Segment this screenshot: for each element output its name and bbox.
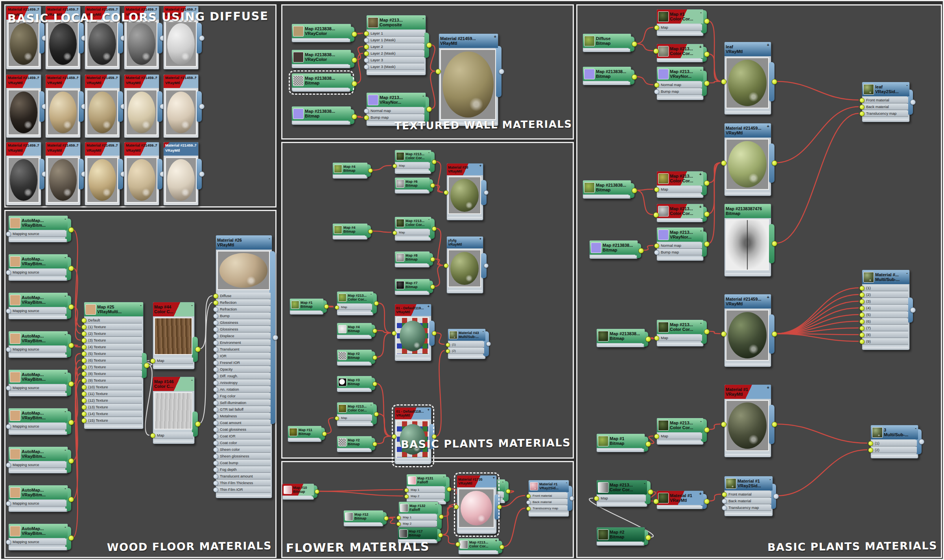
- input-socket[interactable]: [81, 418, 87, 423]
- input-socket[interactable]: [213, 454, 218, 459]
- input-socket[interactable]: [81, 358, 87, 363]
- node-c_m118[interactable]: 01 - Default118...VRayMtl+: [395, 407, 431, 465]
- socket-row--2-[interactable]: (2): [863, 292, 908, 298]
- socket-row-mapping-source[interactable]: Mapping source: [10, 385, 66, 391]
- collapse-icon[interactable]: -: [191, 303, 193, 307]
- output-socket[interactable]: [144, 363, 149, 368]
- input-socket[interactable]: [364, 108, 369, 114]
- node-header[interactable]: Map #2Bitmap: [597, 527, 645, 542]
- input-socket[interactable]: [81, 331, 87, 336]
- node-r1_cc2[interactable]: Map #213...Color Cor...+: [656, 44, 704, 62]
- input-socket[interactable]: [859, 319, 865, 324]
- output-socket[interactable]: [704, 211, 710, 217]
- socket-row--13-texture[interactable]: (13) Texture: [85, 404, 142, 410]
- socket-row-back-material[interactable]: Back material: [726, 498, 771, 504]
- node-header[interactable]: AutoMap...VRayBitm...-: [9, 370, 68, 384]
- output-socket[interactable]: [645, 336, 651, 342]
- output-socket[interactable]: [500, 545, 504, 549]
- collapse-icon[interactable]: -: [915, 426, 916, 430]
- input-socket[interactable]: [213, 340, 218, 345]
- socket-row--4-texture[interactable]: (4) Texture: [85, 344, 142, 350]
- socket-row-map[interactable]: Map: [658, 24, 702, 31]
- input-socket[interactable]: [335, 416, 339, 420]
- socket-row-coat-glossiness[interactable]: Coat glossiness: [217, 426, 271, 433]
- node-header[interactable]: Map #17Bitmap: [398, 527, 437, 539]
- node-header[interactable]: Map #213...Color Cor...+: [459, 538, 499, 550]
- input-socket[interactable]: [859, 111, 865, 116]
- node-r2_nor[interactable]: Map #213...VRayNor...-Normal mapBump map: [656, 227, 704, 261]
- input-socket[interactable]: [213, 441, 218, 446]
- expand-icon[interactable]: +: [495, 539, 497, 543]
- collapse-icon[interactable]: -: [65, 370, 66, 375]
- collapse-icon[interactable]: -: [140, 303, 142, 307]
- expand-icon[interactable]: +: [76, 75, 79, 80]
- expand-icon[interactable]: +: [494, 34, 496, 39]
- node-header[interactable]: Map #213838...VRayColor: [292, 50, 351, 64]
- node-header[interactable]: Map #213...Color Cor...-: [657, 418, 703, 432]
- input-socket[interactable]: [213, 354, 218, 359]
- node-f_m1735[interactable]: Material #1735VRayMtl+: [457, 475, 497, 534]
- output-socket[interactable]: [632, 188, 637, 193]
- output-socket[interactable]: [195, 347, 201, 352]
- node-header[interactable]: Map #12Bitmap: [344, 510, 383, 522]
- socket-row-coat-color[interactable]: Coat color: [217, 440, 271, 446]
- socket-row-glossiness[interactable]: Glossiness: [217, 319, 271, 326]
- input-socket[interactable]: [446, 349, 450, 353]
- socket-row--6-[interactable]: (6): [863, 318, 908, 325]
- tile-header[interactable]: Material #21459...VRayMtl+: [124, 75, 159, 88]
- input-socket[interactable]: [859, 299, 865, 304]
- material-tile[interactable]: Material #21459...VRayMtl+: [45, 142, 81, 206]
- node-a_cc[interactable]: Map #213...Color Cor...-Map: [395, 150, 431, 174]
- socket-row--2-[interactable]: (2): [872, 447, 917, 453]
- output-socket[interactable]: [772, 422, 777, 427]
- output-socket[interactable]: [506, 489, 511, 494]
- socket-row--1-[interactable]: (1): [449, 342, 484, 347]
- output-socket[interactable]: [315, 489, 319, 494]
- output-socket[interactable]: [199, 104, 205, 109]
- input-socket[interactable]: [364, 44, 369, 50]
- material-tile[interactable]: Material #21459...VRayMtl+: [163, 142, 199, 206]
- collapse-icon[interactable]: -: [65, 524, 66, 529]
- node-d_map2[interactable]: Map #2Bitmap: [337, 436, 372, 452]
- socket-row-layer-2-mask-[interactable]: Layer 2 (Mask): [368, 50, 424, 57]
- input-socket[interactable]: [364, 38, 369, 43]
- output-socket[interactable]: [372, 355, 377, 360]
- node-am3[interactable]: AutoMap...VRayBitm...-Mapping source: [8, 331, 68, 358]
- output-socket[interactable]: [430, 285, 435, 289]
- tile-header[interactable]: Material #21459...VRayMtl+: [85, 142, 120, 156]
- collapse-icon[interactable]: -: [422, 93, 424, 98]
- socket-row-reflection[interactable]: Reflection: [217, 299, 271, 306]
- node-r2_skel[interactable]: Map #2138387476Bitmap: [724, 204, 771, 277]
- expand-icon[interactable]: +: [116, 75, 118, 80]
- socket-row-mapping-source[interactable]: Mapping source: [10, 462, 66, 468]
- output-socket[interactable]: [426, 106, 432, 112]
- output-socket[interactable]: [704, 81, 710, 86]
- socket-row-map-2[interactable]: Map 2: [408, 493, 445, 499]
- input-socket[interactable]: [859, 292, 865, 297]
- input-socket[interactable]: [213, 300, 218, 305]
- node-a_map6[interactable]: Map #6Bitmap: [395, 177, 430, 194]
- output-socket[interactable]: [68, 343, 74, 348]
- node-r4_cc[interactable]: Map #213...Color Cor...-Map: [656, 418, 704, 445]
- node-header[interactable]: Map #213838...Bitmap: [590, 241, 638, 255]
- node-c_map2[interactable]: Map #2Bitmap: [337, 349, 372, 366]
- node-header[interactable]: Map #213838...Bitmap: [292, 73, 351, 88]
- node-header[interactable]: Map #213...Color Cor...-: [395, 217, 431, 229]
- output-socket[interactable]: [704, 18, 710, 24]
- node-header[interactable]: 3Multi/Sub-...-: [871, 425, 918, 439]
- input-socket[interactable]: [364, 115, 369, 120]
- node-header[interactable]: Map #213...Color Cor...-: [597, 480, 647, 494]
- output-socket[interactable]: [638, 248, 644, 253]
- socket-row-thin-film-ior[interactable]: Thin Film IOR: [217, 487, 271, 493]
- node-header[interactable]: Map #213...Color Cor...+: [657, 44, 703, 58]
- socket-row-map-1[interactable]: Map 1: [408, 487, 445, 493]
- node-r1_diffuse[interactable]: DiffuseBitmap: [583, 33, 631, 52]
- socket-row-translucency-map[interactable]: Translucency map: [863, 110, 908, 117]
- collapse-icon[interactable]: -: [191, 377, 193, 382]
- input-socket[interactable]: [859, 312, 865, 318]
- node-r5_map2[interactable]: Map #2Bitmap: [596, 527, 645, 546]
- input-socket[interactable]: [526, 507, 531, 511]
- input-socket[interactable]: [868, 441, 873, 446]
- input-socket[interactable]: [654, 187, 659, 192]
- node-header[interactable]: Material #1735VRayMtl+: [457, 476, 496, 487]
